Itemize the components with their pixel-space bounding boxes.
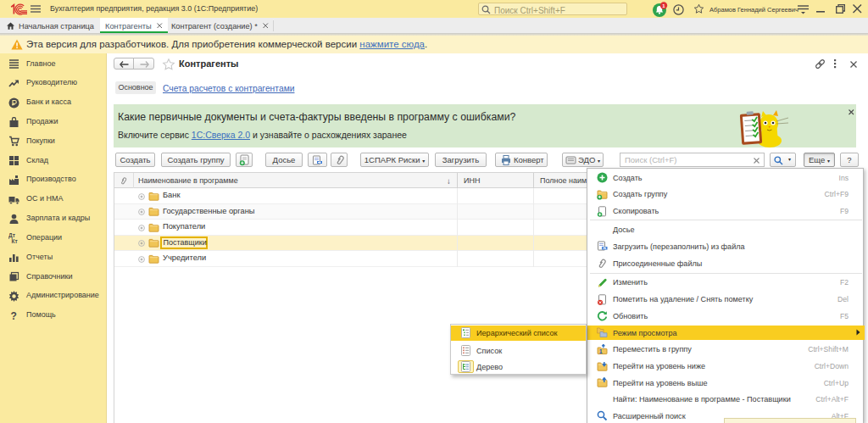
svg-text:?: ? (11, 310, 17, 322)
svg-text:Кт: Кт (12, 238, 18, 244)
svg-text:1: 1 (599, 348, 603, 353)
